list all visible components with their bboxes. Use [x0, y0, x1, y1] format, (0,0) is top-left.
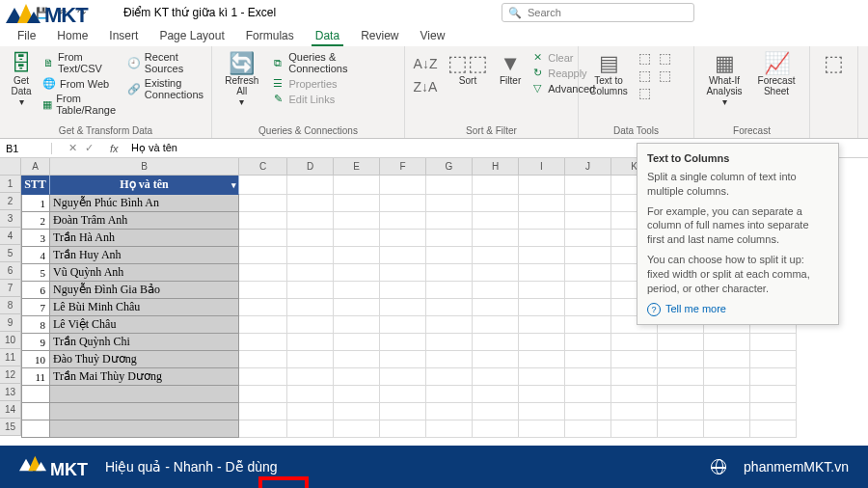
- group-label-transform: Get & Transform Data: [8, 123, 203, 136]
- existing-connections-button[interactable]: 🔗Existing Connections: [127, 76, 203, 101]
- recent-sources-button[interactable]: 🕘Recent Sources: [127, 50, 203, 75]
- group-button[interactable]: ⬚: [818, 50, 850, 77]
- tab-review[interactable]: Review: [351, 25, 408, 46]
- footer-url: phanmemMKT.vn: [744, 459, 849, 474]
- group-label-forecast: Forecast: [702, 123, 801, 136]
- what-if-analysis-button[interactable]: ▦What-If Analysis▾: [702, 50, 746, 109]
- footer-slogan: Hiệu quả - Nhanh - Dễ dùng: [105, 459, 278, 474]
- fx-icon[interactable]: fx: [110, 143, 127, 154]
- sort-button[interactable]: ⬚⬚Sort: [446, 50, 490, 100]
- name-box[interactable]: B1: [0, 143, 52, 154]
- window-title: Điểm KT thứ giữa kì 1 - Excel: [123, 6, 276, 19]
- formula-value[interactable]: Họ và tên: [127, 142, 177, 154]
- enter-icon[interactable]: ✓: [85, 142, 94, 154]
- queries-connections-button[interactable]: ⧉Queries & Connections: [271, 50, 396, 75]
- refresh-all-button[interactable]: 🔄Refresh All▾: [220, 50, 263, 109]
- text-to-columns-tooltip: Text to Columns Split a single column of…: [637, 143, 839, 325]
- tab-formulas[interactable]: Formulas: [236, 25, 304, 46]
- from-table-range-button[interactable]: ▦From Table/Range: [42, 92, 120, 117]
- flash-fill-icon[interactable]: ⬚: [638, 50, 651, 66]
- from-text-csv-button[interactable]: 🗎From Text/CSV: [42, 50, 120, 75]
- tab-page-layout[interactable]: Page Layout: [149, 25, 233, 46]
- properties-button: ☰Properties: [271, 76, 396, 91]
- ribbon-tabs: File Home Insert Page Layout Formulas Da…: [0, 25, 868, 46]
- group-label-queries: Queries & Connections: [220, 123, 396, 136]
- search-box[interactable]: 🔍 Search: [502, 3, 694, 22]
- cancel-icon[interactable]: ✕: [68, 142, 77, 154]
- tab-view[interactable]: View: [411, 25, 455, 46]
- text-to-columns-button[interactable]: ▤Text to Columns: [586, 50, 631, 100]
- title-bar: 💾 ↶ ↷ Điểm KT thứ giữa kì 1 - Excel 🔍 Se…: [0, 0, 868, 25]
- search-icon: 🔍: [508, 7, 522, 19]
- globe-icon: [711, 459, 726, 474]
- tooltip-title: Text to Columns: [647, 151, 828, 166]
- consolidate-icon[interactable]: ⬚: [659, 50, 671, 66]
- tab-data[interactable]: Data: [306, 25, 349, 46]
- data-validation-icon[interactable]: ⬚: [638, 85, 651, 100]
- from-web-button[interactable]: 🌐From Web: [42, 76, 120, 91]
- group-label-data-tools: Data Tools: [586, 123, 686, 136]
- get-data-button[interactable]: 🗄Get Data▾: [8, 50, 35, 117]
- relationships-icon[interactable]: ⬚: [659, 68, 671, 83]
- footer-logo: MKT: [19, 454, 88, 480]
- sort-az-button[interactable]: A↓ZZ↓A: [413, 50, 438, 100]
- tooltip-text: You can choose how to split it up: fixed…: [647, 253, 828, 296]
- edit-links-button: ✎Edit Links: [271, 92, 396, 106]
- filter-button[interactable]: ▼Filter: [498, 50, 523, 100]
- watermark-logo: MKT: [6, 2, 88, 29]
- ribbon: 🗄Get Data▾ 🗎From Text/CSV 🌐From Web ▦Fro…: [0, 46, 868, 139]
- tab-insert[interactable]: Insert: [99, 25, 148, 46]
- group-label-sort-filter: Sort & Filter: [413, 123, 570, 136]
- tooltip-text: Split a single column of text into multi…: [647, 170, 828, 199]
- footer-bar: MKT Hiệu quả - Nhanh - Dễ dùng phanmemMK…: [0, 446, 868, 488]
- tell-me-more-link[interactable]: Tell me more: [647, 302, 828, 316]
- remove-duplicates-icon[interactable]: ⬚: [638, 68, 651, 83]
- tooltip-text: For example, you can separate a column o…: [647, 204, 828, 248]
- forecast-sheet-button[interactable]: 📈Forecast Sheet: [754, 50, 799, 109]
